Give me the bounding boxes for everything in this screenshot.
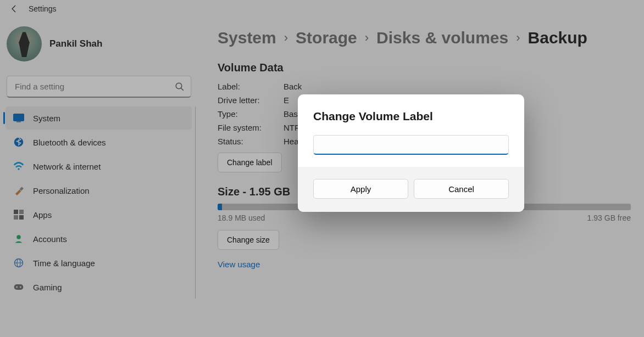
sidebar: Pankil Shah System Bluetooth & devic bbox=[0, 18, 198, 337]
svg-rect-6 bbox=[20, 187, 24, 190]
bluetooth-icon bbox=[13, 137, 24, 148]
volume-data-title: Volume Data bbox=[218, 61, 631, 74]
titlebar: Settings bbox=[0, 0, 644, 18]
fs-key: File system: bbox=[218, 123, 284, 132]
search-wrap bbox=[7, 76, 191, 98]
breadcrumb: System › Storage › Disks & volumes › Bac… bbox=[218, 29, 631, 47]
change-volume-label-dialog: Change Volume Label Apply Cancel bbox=[298, 94, 524, 212]
cancel-button[interactable]: Cancel bbox=[414, 179, 509, 199]
globe-icon bbox=[13, 257, 24, 268]
apply-button[interactable]: Apply bbox=[313, 179, 408, 199]
profile-name: Pankil Shah bbox=[49, 38, 102, 49]
volume-label-input[interactable] bbox=[313, 135, 509, 155]
status-key: Status: bbox=[218, 137, 284, 146]
svg-rect-9 bbox=[14, 215, 18, 220]
sidebar-item-label: Network & internet bbox=[33, 162, 101, 171]
change-size-button[interactable]: Change size bbox=[218, 230, 279, 250]
type-key: Type: bbox=[218, 109, 284, 119]
svg-point-5 bbox=[18, 168, 19, 170]
system-icon bbox=[13, 113, 24, 123]
svg-point-16 bbox=[16, 286, 18, 288]
svg-rect-15 bbox=[14, 284, 24, 290]
sidebar-item-gaming[interactable]: Gaming bbox=[5, 276, 192, 299]
sidebar-item-label: System bbox=[33, 114, 60, 123]
sidebar-item-network[interactable]: Network & internet bbox=[5, 155, 192, 178]
sidebar-item-label: Gaming bbox=[33, 283, 62, 292]
sidebar-item-time-language[interactable]: Time & language bbox=[5, 251, 192, 274]
sidebar-item-label: Time & language bbox=[33, 259, 95, 268]
svg-rect-8 bbox=[19, 210, 24, 214]
wifi-icon bbox=[13, 161, 24, 172]
arrow-left-icon bbox=[10, 4, 19, 13]
chevron-right-icon: › bbox=[365, 31, 369, 45]
view-usage-link[interactable]: View usage bbox=[218, 260, 260, 269]
sidebar-item-system[interactable]: System bbox=[5, 106, 192, 130]
svg-point-0 bbox=[176, 83, 182, 89]
sidebar-item-label: Bluetooth & devices bbox=[33, 138, 106, 147]
label-key: Label: bbox=[218, 82, 284, 91]
avatar bbox=[7, 26, 42, 61]
breadcrumb-item[interactable]: Storage bbox=[296, 29, 357, 47]
storage-free: 1.93 GB free bbox=[587, 214, 631, 222]
search-input[interactable] bbox=[7, 76, 191, 98]
app-title: Settings bbox=[29, 4, 57, 13]
profile[interactable]: Pankil Shah bbox=[2, 22, 196, 71]
drive-key: Drive letter: bbox=[218, 96, 284, 105]
svg-point-17 bbox=[20, 286, 21, 288]
storage-used: 18.9 MB used bbox=[218, 214, 265, 222]
back-button[interactable] bbox=[7, 1, 22, 16]
dialog-title: Change Volume Label bbox=[313, 110, 509, 123]
svg-point-11 bbox=[16, 235, 21, 239]
gamepad-icon bbox=[13, 282, 24, 293]
svg-rect-10 bbox=[19, 215, 24, 220]
storage-labels: 18.9 MB used 1.93 GB free bbox=[218, 214, 631, 222]
breadcrumb-item[interactable]: Disks & volumes bbox=[376, 29, 508, 47]
nav: System Bluetooth & devices Network & int… bbox=[2, 106, 196, 299]
brush-icon bbox=[13, 185, 24, 196]
person-icon bbox=[13, 233, 24, 244]
sidebar-item-apps[interactable]: Apps bbox=[5, 203, 192, 226]
storage-bar-fill bbox=[218, 204, 222, 210]
change-label-button[interactable]: Change label bbox=[218, 153, 282, 172]
apps-icon bbox=[13, 209, 24, 220]
chevron-right-icon: › bbox=[284, 31, 288, 45]
sidebar-item-label: Personalization bbox=[33, 186, 90, 195]
breadcrumb-current: Backup bbox=[528, 29, 587, 47]
svg-rect-2 bbox=[13, 114, 24, 121]
sidebar-item-bluetooth[interactable]: Bluetooth & devices bbox=[5, 131, 192, 154]
svg-rect-7 bbox=[14, 210, 18, 214]
sidebar-item-label: Accounts bbox=[33, 234, 67, 244]
svg-rect-3 bbox=[16, 121, 21, 122]
sidebar-item-personalization[interactable]: Personalization bbox=[5, 179, 192, 202]
label-value: Back bbox=[284, 82, 631, 91]
svg-line-1 bbox=[181, 88, 184, 91]
search-icon bbox=[175, 82, 185, 92]
breadcrumb-item[interactable]: System bbox=[218, 29, 276, 47]
sidebar-item-label: Apps bbox=[33, 210, 52, 220]
sidebar-item-accounts[interactable]: Accounts bbox=[5, 227, 192, 250]
chevron-right-icon: › bbox=[516, 31, 520, 45]
